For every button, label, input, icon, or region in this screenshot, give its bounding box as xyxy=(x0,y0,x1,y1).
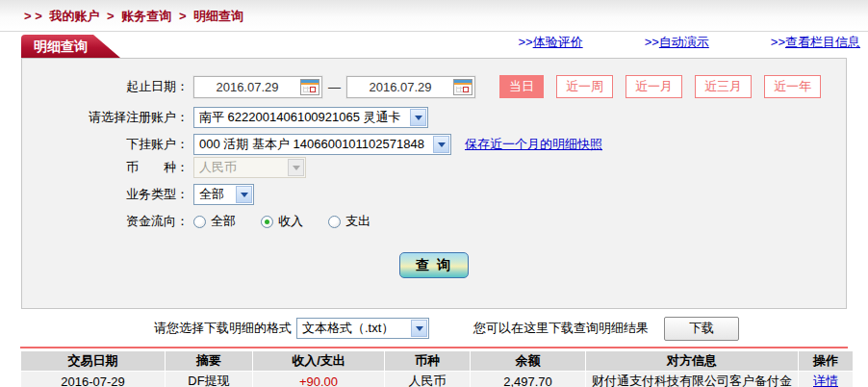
fund-flow-option-all[interactable]: 全部 xyxy=(193,213,236,230)
quick-range-3months-button[interactable]: 近三月 xyxy=(695,75,752,98)
register-account-label: 请选择注册账户： xyxy=(22,109,193,126)
fund-flow-label: 资金流向： xyxy=(22,213,193,230)
fund-flow-option-income[interactable]: 收入 xyxy=(261,213,303,230)
end-date-input[interactable]: 2016.07.29 xyxy=(346,76,475,98)
currency-select: 人民币 xyxy=(193,157,306,178)
col-header-date: 交易日期 xyxy=(21,351,165,371)
cell-amount: +90.00 xyxy=(253,372,384,387)
radio-icon[interactable] xyxy=(193,216,206,228)
breadcrumb-separator: > xyxy=(179,9,187,23)
radio-icon[interactable] xyxy=(328,216,341,228)
cell-counterparty: 财付通支付科技有限公司客户备付金 xyxy=(586,372,798,387)
download-row: 请您选择下载明细的格式 文本格式（.txt） 您可以在这里下载查询明细结果 下载 xyxy=(0,316,868,341)
cell-summary: DF提现 xyxy=(166,372,252,387)
start-date-input[interactable]: 2016.07.29 xyxy=(193,76,322,98)
breadcrumb-item-detail-query[interactable]: 明细查询 xyxy=(193,9,243,23)
chevron-down-icon xyxy=(411,320,427,337)
breadcrumb-separator: > xyxy=(107,9,115,23)
breadcrumb-prefix: > > xyxy=(24,9,42,23)
start-date-value: 2016.07.29 xyxy=(194,80,300,94)
date-range-label: 起止日期： xyxy=(22,78,193,95)
fund-flow-radio-group: 全部 收入 支出 xyxy=(193,213,396,230)
chevron-down-icon xyxy=(236,186,252,203)
link-experience-rating[interactable]: >>体验评价 xyxy=(518,34,582,51)
breadcrumb-item-my-account[interactable]: 我的账户 xyxy=(49,9,99,23)
quick-range-today-button[interactable]: 当日 xyxy=(499,75,544,98)
business-type-select[interactable]: 全部 xyxy=(193,184,254,205)
calendar-icon[interactable] xyxy=(453,79,472,95)
download-button[interactable]: 下载 xyxy=(664,317,739,341)
currency-label: 币 种： xyxy=(22,159,193,176)
currency-row: 币 种： 人民币 xyxy=(22,157,846,178)
chevron-down-icon xyxy=(410,109,426,126)
download-format-select[interactable]: 文本格式（.txt） xyxy=(296,318,429,339)
sub-account-row: 下挂账户： 000 活期 基本户 1406600101102571848 保存近… xyxy=(22,134,846,155)
col-header-counterparty: 对方信息 xyxy=(586,351,798,371)
fund-flow-option-expense[interactable]: 支出 xyxy=(328,213,370,230)
table-row: 2016-07-29 DF提现 +90.00 人民币 2,497.70 财付通支… xyxy=(21,372,853,387)
date-range-row: 起止日期： 2016.07.29 — 2016.07.29 当日 近一周 近一月… xyxy=(22,75,846,98)
link-prefix: >> xyxy=(518,35,532,49)
col-header-amount: 收入/支出 xyxy=(253,351,384,371)
quick-range-year-button[interactable]: 近一年 xyxy=(764,75,821,98)
chevron-down-icon xyxy=(288,159,304,176)
results-table: 交易日期 摘要 收入/支出 币种 余额 对方信息 操作 2016-07-29 D… xyxy=(20,350,854,387)
register-account-select[interactable]: 南平 6222001406100921065 灵通卡 xyxy=(193,107,428,128)
red-divider xyxy=(20,347,848,348)
chevron-down-icon xyxy=(433,136,449,153)
register-account-row: 请选择注册账户： 南平 6222001406100921065 灵通卡 xyxy=(22,107,846,128)
breadcrumb-item-account-query[interactable]: 账务查询 xyxy=(121,9,171,23)
radio-checked-icon[interactable] xyxy=(261,216,273,228)
link-auto-demo[interactable]: >>自动演示 xyxy=(645,34,709,51)
sub-account-select[interactable]: 000 活期 基本户 1406600101102571848 xyxy=(193,134,451,155)
save-snapshot-link[interactable]: 保存近一个月的明细快照 xyxy=(465,136,602,153)
link-view-column-info[interactable]: >>查看栏目信息 xyxy=(771,34,860,51)
date-separator: — xyxy=(328,80,341,94)
tab-detail-query[interactable]: 明细查询 xyxy=(21,35,120,58)
business-type-label: 业务类型： xyxy=(22,186,193,203)
download-format-label: 请您选择下载明细的格式 xyxy=(154,320,292,337)
fund-flow-row: 资金流向： 全部 收入 支出 xyxy=(22,211,846,232)
sub-account-label: 下挂账户： xyxy=(22,136,193,153)
col-header-summary: 摘要 xyxy=(166,351,252,371)
table-header-row: 交易日期 摘要 收入/支出 币种 余额 对方信息 操作 xyxy=(21,351,853,371)
col-header-balance: 余额 xyxy=(471,351,585,371)
section-header: 明细查询 >>体验评价 >>自动演示 >>查看栏目信息 xyxy=(0,32,868,58)
query-button[interactable]: 查 询 xyxy=(399,252,469,278)
business-type-row: 业务类型： 全部 xyxy=(22,184,846,205)
calendar-icon[interactable] xyxy=(300,79,319,95)
breadcrumb: > > 我的账户 > 账务查询 > 明细查询 xyxy=(0,0,868,32)
cell-currency: 人民币 xyxy=(385,372,470,387)
col-header-action: 操作 xyxy=(799,351,853,371)
cell-balance: 2,497.70 xyxy=(471,372,585,387)
query-button-row: 查 询 xyxy=(22,252,846,278)
quick-range-month-button[interactable]: 近一月 xyxy=(625,75,682,98)
link-prefix: >> xyxy=(771,35,785,49)
cell-date: 2016-07-29 xyxy=(21,372,165,387)
end-date-value: 2016.07.29 xyxy=(347,80,453,94)
col-header-currency: 币种 xyxy=(385,351,470,371)
quick-range-week-button[interactable]: 近一周 xyxy=(556,75,613,98)
header-links: >>体验评价 >>自动演示 >>查看栏目信息 xyxy=(518,34,860,51)
detail-link[interactable]: 详情 xyxy=(813,374,838,387)
query-form-panel: 起止日期： 2016.07.29 — 2016.07.29 当日 近一周 近一月… xyxy=(21,58,847,309)
link-prefix: >> xyxy=(645,35,659,49)
cell-action: 详情 xyxy=(799,372,853,387)
download-hint: 您可以在这里下载查询明细结果 xyxy=(473,320,649,337)
quick-range-buttons: 当日 近一周 近一月 近三月 近一年 xyxy=(487,75,821,98)
